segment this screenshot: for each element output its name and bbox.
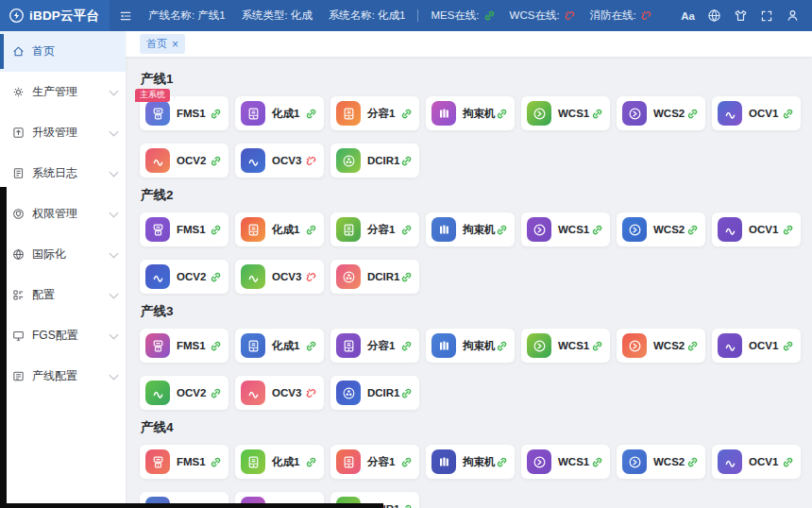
link-connected-icon[interactable] — [496, 108, 508, 120]
link-connected-icon[interactable] — [210, 387, 222, 399]
link-connected-icon[interactable] — [686, 456, 699, 468]
link-broken-icon — [564, 9, 576, 22]
link-connected-icon[interactable] — [210, 224, 222, 236]
link-connected-icon[interactable] — [782, 108, 794, 120]
sidebar-item-i18n[interactable]: 国际化 — [0, 234, 126, 275]
app-card[interactable]: 化成1 — [235, 212, 324, 246]
app-card[interactable]: OCV3 — [235, 376, 324, 410]
wave-icon — [145, 264, 170, 289]
app-card[interactable]: DCIR1 — [330, 260, 419, 294]
link-connected-icon[interactable] — [686, 340, 699, 352]
app-card[interactable]: OCV1 — [712, 212, 801, 246]
link-connected-icon[interactable] — [496, 340, 508, 352]
app-card[interactable]: WCS2 — [617, 329, 705, 363]
link-connected-icon[interactable] — [782, 340, 794, 352]
app-card[interactable]: OCV3 — [235, 260, 324, 294]
link-connected-icon[interactable] — [782, 456, 794, 468]
sidebar-item-production[interactable]: 生产管理 — [0, 72, 126, 112]
app-card[interactable]: 分容1 — [330, 445, 419, 479]
app-card[interactable]: WCS1 — [521, 96, 610, 130]
link-connected-icon[interactable] — [305, 456, 317, 468]
link-connected-icon[interactable] — [305, 224, 317, 236]
link-connected-icon[interactable] — [591, 340, 603, 352]
app-card[interactable]: WCS1 — [521, 445, 610, 479]
app-card[interactable]: 化成1 — [235, 445, 324, 479]
app-card[interactable]: 分容1 — [330, 329, 419, 363]
app-card[interactable]: OCV1 — [712, 445, 801, 479]
app-card[interactable]: WCS2 — [617, 445, 705, 479]
app-card[interactable]: WCS1 — [521, 329, 610, 363]
link-connected-icon[interactable] — [496, 456, 508, 468]
link-connected-icon[interactable] — [686, 224, 699, 236]
link-connected-icon[interactable] — [400, 503, 413, 508]
app-card[interactable]: 化成1 — [235, 96, 324, 130]
sidebar-item-config[interactable]: 配置 — [0, 275, 126, 315]
app-card[interactable]: OCV3 — [235, 144, 324, 178]
link-connected-icon[interactable] — [305, 108, 317, 120]
app-card[interactable]: OCV1 — [712, 329, 801, 363]
app-card[interactable]: DCIR1 — [330, 376, 419, 410]
app-card[interactable]: WCS2 — [617, 212, 705, 246]
link-connected-icon[interactable] — [210, 271, 222, 283]
link-connected-icon[interactable] — [400, 224, 413, 236]
card-label: FMS1 — [177, 108, 210, 119]
app-card[interactable]: 主系统FMS1 — [140, 96, 228, 130]
sidebar-item-upgrade[interactable]: 升级管理 — [0, 112, 126, 153]
link-broken-icon[interactable] — [305, 387, 317, 399]
app-card[interactable]: WCS2 — [617, 96, 705, 130]
app-card[interactable]: 拘束机 — [426, 212, 515, 246]
link-connected-icon[interactable] — [400, 271, 413, 283]
app-card[interactable]: 分容1 — [330, 96, 419, 130]
link-connected-icon[interactable] — [400, 456, 413, 468]
link-connected-icon[interactable] — [686, 108, 699, 120]
app-card[interactable]: OCV2 — [140, 260, 228, 294]
dashboard-content: 产线1主系统FMS1化成1分容1拘束机WCS1WCS2OCV1OCV2OCV3D… — [126, 57, 812, 508]
sidebar-item-lineconfig[interactable]: 产线配置 — [0, 356, 126, 397]
user-icon[interactable] — [786, 8, 800, 23]
link-broken-icon[interactable] — [305, 271, 317, 283]
sidebar-item-home[interactable]: 首页 — [0, 31, 126, 72]
link-broken-icon[interactable] — [305, 155, 317, 167]
link-connected-icon[interactable] — [400, 387, 413, 399]
app-card[interactable]: OCV2 — [140, 144, 228, 178]
app-card[interactable]: FMS1 — [140, 212, 228, 246]
font-size-icon[interactable]: Aa — [681, 10, 695, 22]
sidebar-collapse-icon[interactable] — [119, 9, 132, 23]
link-connected-icon[interactable] — [400, 108, 413, 120]
sidebar-item-fgs[interactable]: FGS配置 — [0, 315, 126, 356]
header-info-item: 系统名称:化成1 — [329, 8, 406, 23]
link-connected-icon[interactable] — [591, 456, 603, 468]
tab-close-icon[interactable]: × — [172, 40, 178, 49]
books-icon — [431, 101, 456, 126]
app-card[interactable]: FMS1 — [140, 445, 228, 479]
app-card[interactable]: WCS1 — [521, 212, 610, 246]
link-connected-icon[interactable] — [496, 224, 508, 236]
app-card[interactable]: 拘束机 — [426, 329, 515, 363]
app-card[interactable]: 化成1 — [235, 329, 324, 363]
sidebar-item-permission[interactable]: 权限管理 — [0, 194, 126, 234]
link-connected-icon[interactable] — [591, 224, 603, 236]
language-globe-icon[interactable] — [707, 8, 721, 23]
app-card[interactable]: 拘束机 — [426, 96, 515, 130]
link-connected-icon[interactable] — [400, 340, 413, 352]
app-card[interactable]: DCIR1 — [330, 144, 419, 178]
tab-home[interactable]: 首页 × — [140, 34, 185, 54]
link-connected-icon[interactable] — [305, 340, 317, 352]
link-connected-icon[interactable] — [210, 155, 222, 167]
app-card[interactable]: OCV2 — [140, 376, 228, 410]
fullscreen-icon[interactable] — [760, 9, 773, 23]
link-connected-icon[interactable] — [591, 108, 603, 120]
theme-icon[interactable] — [734, 8, 748, 23]
app-card[interactable]: FMS1 — [140, 329, 228, 363]
app-card[interactable]: 拘束机 — [426, 445, 515, 479]
section-title: 产线2 — [141, 187, 801, 204]
app-card[interactable]: 分容1 — [330, 212, 419, 246]
link-connected-icon[interactable] — [210, 340, 222, 352]
sidebar-item-logs[interactable]: 系统日志 — [0, 153, 126, 194]
app-card[interactable]: OCV1 — [712, 96, 801, 130]
link-connected-icon[interactable] — [400, 155, 413, 167]
link-connected-icon[interactable] — [210, 456, 222, 468]
link-connected-icon[interactable] — [210, 108, 222, 120]
sidebar-item-label: 国际化 — [32, 246, 110, 262]
link-connected-icon[interactable] — [782, 224, 794, 236]
